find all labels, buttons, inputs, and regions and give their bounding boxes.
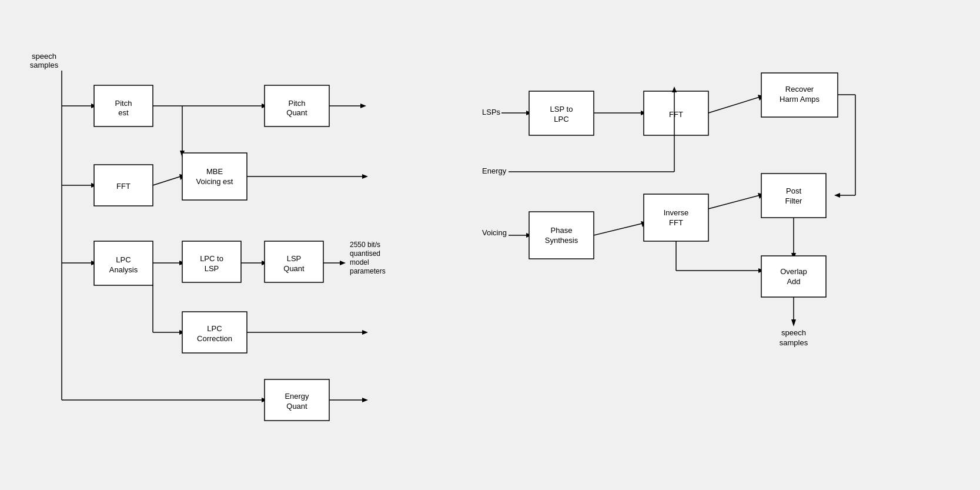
svg-marker-44 (672, 86, 677, 92)
svg-marker-41 (834, 193, 840, 198)
overlap-add-block (761, 256, 826, 297)
svg-marker-12 (360, 104, 366, 108)
svg-line-13 (153, 176, 180, 185)
mbe-voicing-block (182, 153, 247, 200)
lsp-to-lpc-label2: LPC (554, 115, 568, 124)
svg-marker-27 (362, 330, 368, 335)
energy-quant-label1: Energy (285, 392, 309, 401)
mbe-label1: MBE (206, 167, 223, 176)
recover-harm-amps-label2: Harm Amps (780, 95, 820, 104)
post-filter-label2: Filter (785, 196, 803, 205)
phase-synthesis-label2: Synthesis (545, 236, 578, 245)
lpc-correction-label1: LPC (207, 324, 222, 333)
fft-left-label: FFT (116, 182, 131, 191)
svg-line-47 (594, 224, 642, 235)
pitch-quant-label: Pitch (289, 99, 306, 108)
left-input-label: speech (32, 52, 56, 61)
mbe-label2: Voicing est (196, 177, 233, 186)
lpc-analysis-label1: LPC (116, 255, 131, 264)
svg-line-36 (708, 97, 760, 113)
lsps-label: LSPs (482, 108, 501, 116)
overlap-add-label2: Add (787, 277, 800, 286)
inverse-fft-label2: FFT (669, 218, 683, 227)
overlap-add-label1: Overlap (780, 267, 807, 276)
recover-harm-amps-label1: Recover (785, 85, 814, 94)
lpc-correction-label2: Correction (197, 334, 232, 343)
right-output-label2: samples (780, 338, 808, 347)
output-label3: model (350, 258, 369, 266)
pitch-est-label: Pitch (115, 99, 132, 108)
left-input-label2: samples (30, 61, 59, 69)
pitch-quant-label2: Quant (286, 108, 307, 117)
svg-marker-31 (362, 398, 368, 402)
right-output-label1: speech (781, 328, 806, 337)
diagram-container: speech samples Pitch est Pitch Quan (0, 0, 980, 490)
energy-label: Energy (482, 166, 507, 175)
svg-marker-22 (340, 261, 346, 265)
lpc-to-lsp-label2: LSP (205, 264, 219, 273)
lsp-quant-label1: LSP (287, 254, 302, 263)
inverse-fft-label1: Inverse (664, 208, 689, 217)
lpc-to-lsp-label1: LPC to (200, 254, 223, 263)
output-label4: parameters (350, 267, 386, 275)
svg-marker-57 (791, 319, 796, 326)
output-label2: quantised (350, 249, 380, 258)
output-label: 2550 bit/s (350, 241, 380, 249)
lsp-to-lpc-label1: LSP to (550, 105, 573, 114)
lsp-quant-label2: Quant (283, 264, 305, 273)
pitch-est-label2: est (118, 108, 129, 117)
lpc-analysis-label2: Analysis (109, 265, 138, 274)
post-filter-label1: Post (786, 186, 801, 195)
energy-quant-label2: Quant (286, 402, 307, 411)
post-filter-block (761, 174, 826, 218)
phase-synthesis-label1: Phase (551, 226, 573, 235)
phase-synthesis-block (529, 212, 594, 259)
voicing-label: Voicing (482, 228, 507, 237)
svg-line-49 (708, 195, 760, 209)
svg-marker-16 (362, 174, 368, 179)
fft-right-label: FFT (669, 110, 683, 119)
diagram-svg: speech samples Pitch est Pitch Quan (0, 0, 980, 490)
inverse-fft-block (644, 194, 708, 241)
